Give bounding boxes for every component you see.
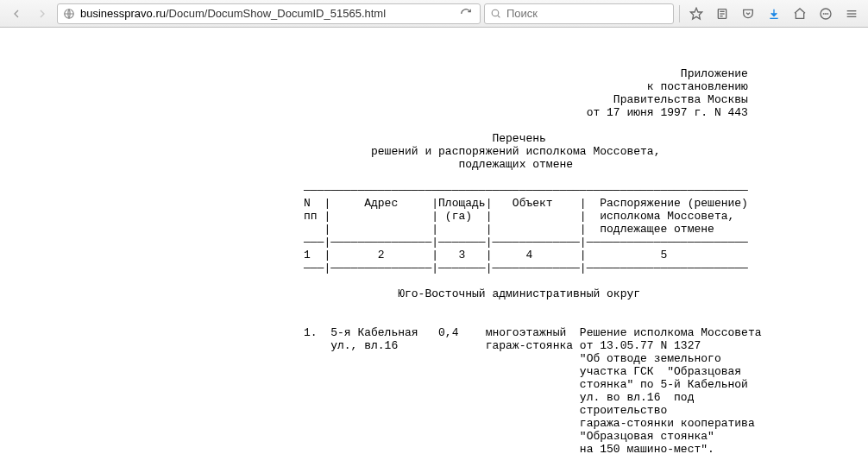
pocket-button[interactable] (737, 3, 759, 24)
bookmark-star-button[interactable] (685, 3, 708, 24)
url-bar[interactable]: businesspravo.ru/Docum/DocumShow_DocumID… (57, 3, 481, 24)
search-icon (490, 8, 501, 19)
document-body: Приложение к постановлению Правительства… (0, 28, 868, 454)
globe-icon (63, 8, 75, 20)
home-button[interactable] (789, 3, 811, 24)
svg-point-11 (823, 13, 824, 14)
svg-point-13 (827, 13, 828, 14)
browser-toolbar: businesspravo.ru/Docum/DocumShow_DocumID… (0, 0, 868, 28)
toolbar-separator (679, 5, 680, 22)
svg-line-2 (498, 16, 500, 17)
svg-marker-3 (690, 8, 701, 19)
search-input[interactable] (506, 7, 668, 20)
forward-button[interactable] (31, 3, 53, 24)
search-bar[interactable] (484, 3, 674, 24)
reader-button[interactable] (711, 3, 733, 24)
chat-button[interactable] (815, 3, 837, 24)
menu-button[interactable] (840, 3, 863, 24)
content-viewport: Приложение к постановлению Правительства… (0, 28, 868, 454)
back-button[interactable] (5, 3, 28, 24)
reload-button[interactable] (457, 5, 475, 22)
url-text: businesspravo.ru/Docum/DocumShow_DocumID… (80, 7, 452, 20)
svg-point-12 (826, 13, 827, 14)
downloads-button[interactable] (763, 3, 785, 24)
svg-point-1 (492, 9, 499, 16)
